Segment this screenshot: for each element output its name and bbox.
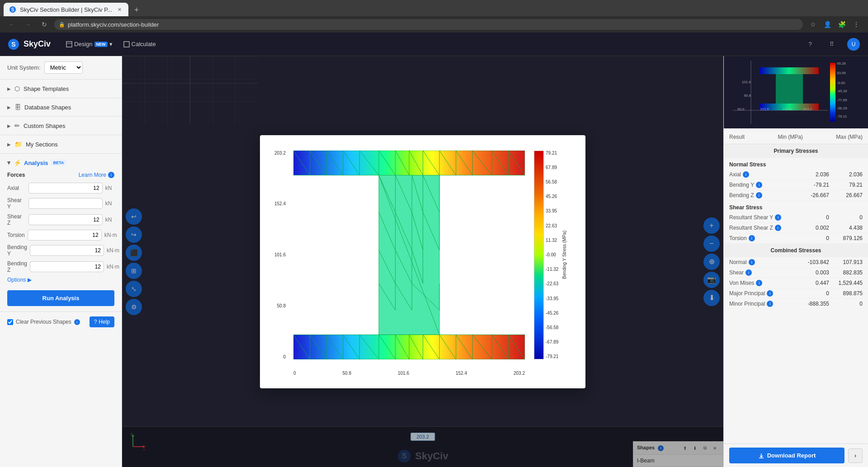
browser-chrome: S SkyCiv Section Builder | SkyCiv P... ✕… — [0, 0, 868, 33]
custom-shapes-label: Custom Shapes — [24, 123, 66, 129]
forward-button[interactable]: → — [22, 18, 34, 31]
analysis-section: ▶ ⚡ Analysis BETA Forces Learn More i Ax… — [0, 154, 122, 311]
analysis-header[interactable]: ▶ ⚡ Analysis BETA — [7, 159, 114, 166]
bending-y-info-icon[interactable]: i — [756, 182, 762, 188]
menu-icon[interactable]: ⋮ — [850, 18, 863, 31]
svg-rect-6 — [124, 42, 129, 47]
color-bar-labels: 79.21 67.89 56.58 45.26 33.95 22.63 11.3… — [544, 151, 558, 359]
result-row-major-principal: Major Principal i 0 898.875 — [724, 288, 868, 299]
major-principal-info-icon[interactable]: i — [767, 290, 773, 297]
url-text: platform.skyciv.com/section-builder — [68, 21, 159, 28]
back-button[interactable]: ← — [5, 18, 18, 31]
primary-stresses-title: Primary Stresses — [724, 144, 868, 158]
profile-header-icon[interactable]: U — [846, 37, 861, 52]
design-nav-item[interactable]: Design NEW ▾ — [61, 38, 117, 50]
force-input-shear-y[interactable] — [28, 198, 103, 209]
unit-system-label: Unit System: — [7, 64, 41, 71]
color-bar-gradient — [534, 151, 544, 359]
left-sidebar: Unit System: Metric Imperial ▶ ⬡ Shape T… — [0, 56, 122, 467]
torsion-info-icon[interactable]: i — [749, 235, 755, 241]
force-input-torsion[interactable] — [28, 230, 102, 241]
shape-templates-label: Shape Templates — [24, 85, 69, 92]
panel-collapse-button[interactable]: › — [848, 448, 863, 463]
apps-header-icon[interactable]: ⠿ — [825, 37, 839, 52]
app-header: S SkyCiv Design NEW ▾ Calculate ? ⠿ U — [0, 33, 868, 56]
custom-shapes-section: ▶ ✏ Custom Shapes — [0, 117, 122, 135]
database-shapes-chevron-icon: ▶ — [7, 105, 11, 110]
minor-principal-info-icon[interactable]: i — [767, 301, 773, 307]
analysis-chevron-icon: ▶ — [7, 161, 12, 165]
y-label-50: 50.8 — [277, 303, 286, 308]
unit-system-select[interactable]: Metric Imperial — [44, 61, 83, 74]
x-axis-labels: 0 50.8 101.6 152.4 203.2 — [293, 371, 525, 376]
resultant-shear-z-info-icon[interactable]: i — [775, 225, 781, 231]
svg-rect-128 — [830, 63, 835, 122]
database-shapes-header[interactable]: ▶ 🗄 Database Shapes — [0, 98, 122, 116]
refresh-button[interactable]: ↻ — [38, 18, 51, 31]
calculate-nav-item[interactable]: Calculate — [119, 38, 160, 50]
result-max-minor-principal: 0 — [831, 301, 863, 307]
force-row-bending-z: Bending Z kN·m — [7, 260, 114, 273]
axial-info-icon[interactable]: i — [743, 171, 749, 178]
url-bar[interactable]: 🔒 platform.skyciv.com/section-builder — [54, 19, 803, 30]
result-max-normal: 107.913 — [831, 259, 863, 265]
combined-stresses-title: Combined Stresses — [724, 244, 868, 257]
result-min-resultant-shear-y: 0 — [793, 214, 829, 221]
svg-text:101.6: 101.6 — [742, 80, 751, 84]
x-label-101: 101.6 — [398, 371, 409, 376]
download-report-icon — [758, 453, 764, 459]
my-sections-icon: 📁 — [14, 141, 22, 148]
download-report-button[interactable]: Download Report — [729, 448, 844, 463]
force-input-axial[interactable] — [28, 183, 103, 193]
extensions-icon[interactable]: 🧩 — [835, 18, 848, 31]
color-label-neg7921: -79.21 — [546, 354, 558, 359]
force-row-torsion: Torsion kN·m — [7, 230, 114, 241]
active-tab[interactable]: S SkyCiv Section Builder | SkyCiv P... ✕ — [4, 3, 128, 16]
color-label-1132: 11.32 — [546, 238, 558, 243]
my-sections-chevron-icon: ▶ — [7, 142, 11, 147]
shear-stress-subtitle: Shear Stress — [724, 201, 868, 212]
result-max-von-mises: 1,529.445 — [831, 280, 863, 286]
force-row-shear-z: Shear Z kN — [7, 213, 114, 226]
force-row-shear-y: Shear Y kN — [7, 197, 114, 210]
result-min-torsion: 0 — [793, 235, 829, 241]
results-header-row: Result Min (MPa) Max (MPa) — [724, 132, 868, 144]
learn-more-link[interactable]: Learn More i — [79, 172, 114, 178]
canvas-area: 250 -100 300 ↩ ↪ ⬛ ⊞ ⤡ ⚙ + − ⊕ 📷 ⬇ — [122, 56, 723, 467]
new-tab-button[interactable]: + — [130, 4, 143, 16]
force-label-shear-z: Shear Z — [7, 213, 26, 226]
bending-z-info-icon[interactable]: i — [756, 192, 762, 198]
von-mises-info-icon[interactable]: i — [756, 280, 762, 286]
resultant-shear-y-info-icon[interactable]: i — [775, 214, 781, 221]
bookmark-icon[interactable]: ☆ — [807, 18, 819, 31]
force-input-shear-z[interactable] — [28, 214, 103, 225]
result-max-axial: 2.036 — [831, 171, 863, 178]
run-analysis-button[interactable]: Run Analysis — [7, 290, 114, 306]
tab-close-btn[interactable]: ✕ — [116, 6, 123, 13]
result-name-shear: Shear i — [729, 269, 791, 276]
color-label-4526: 45.26 — [546, 194, 558, 199]
help-button[interactable]: ? Help — [90, 316, 114, 327]
my-sections-header[interactable]: ▶ 📁 My Sections — [0, 135, 122, 153]
clear-prev-input[interactable] — [7, 319, 13, 325]
shape-templates-header[interactable]: ▶ ⬡ Shape Templates — [0, 80, 122, 98]
color-label-neg1132: -11.32 — [546, 267, 558, 272]
custom-shapes-header[interactable]: ▶ ✏ Custom Shapes — [0, 117, 122, 135]
help-header-icon[interactable]: ? — [803, 37, 817, 52]
normal-info-icon[interactable]: i — [749, 259, 755, 265]
options-row[interactable]: Options ▶ — [7, 277, 114, 283]
design-label: Design — [74, 41, 92, 47]
result-name-bending-z: Bending Z i — [729, 192, 791, 198]
svg-text:33.95: 33.95 — [837, 71, 846, 75]
result-max-bending-y: 79.21 — [831, 182, 863, 188]
shear-info-icon[interactable]: i — [745, 269, 752, 276]
force-input-bending-y[interactable] — [30, 245, 104, 256]
profile-icon[interactable]: 👤 — [821, 18, 834, 31]
header-right: ? ⠿ U — [803, 37, 861, 52]
force-input-bending-z[interactable] — [30, 261, 104, 272]
result-name-resultant-shear-y: Resultant Shear Y i — [729, 214, 791, 221]
clear-prev-checkbox[interactable]: Clear Previous Shapes i — [7, 319, 80, 325]
custom-shapes-chevron-icon: ▶ — [7, 123, 11, 128]
y-label-0: 0 — [283, 354, 286, 359]
chart-modal: 203.2 152.4 101.6 50.8 0 — [260, 135, 585, 388]
